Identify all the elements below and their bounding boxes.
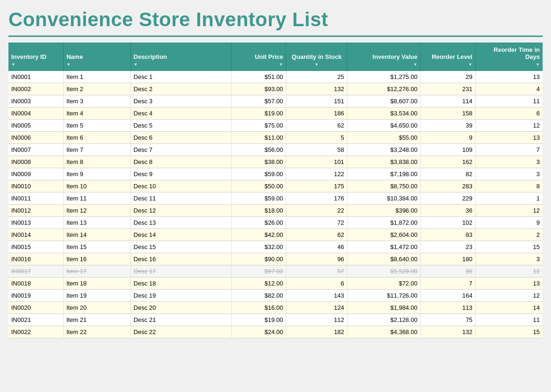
cell-qty: 132 [286, 83, 348, 95]
cell-desc: Desc 8 [130, 156, 231, 168]
cell-days: 13 [475, 278, 543, 290]
column-header-inv[interactable]: Inventory Value ▼ [347, 43, 420, 71]
table-row: IN0011Item 11Desc 11$59.00176$10,384.002… [8, 192, 543, 205]
cell-desc: Desc 2 [130, 83, 231, 95]
cell-reorder: 231 [420, 83, 475, 95]
cell-price: $32.00 [231, 241, 286, 253]
cell-days: 12 [475, 265, 543, 278]
table-body: IN0001Item 1Desc 1$51.0025$1,275.002913I… [8, 71, 543, 338]
dropdown-arrow-id[interactable]: ▼ [11, 62, 15, 67]
cell-inv: $1,984.00 [347, 302, 420, 314]
column-label-id: Inventory ID [11, 53, 60, 60]
cell-days: 14 [475, 302, 543, 314]
cell-reorder: 23 [420, 241, 475, 253]
cell-qty: 112 [286, 314, 348, 326]
dropdown-arrow-days[interactable]: ▼ [536, 62, 540, 67]
cell-reorder: 162 [420, 156, 475, 168]
cell-name: Item 12 [63, 205, 130, 217]
cell-id: IN0004 [8, 107, 63, 120]
cell-reorder: 9 [420, 132, 475, 144]
cell-id: IN0010 [8, 180, 63, 192]
cell-name: Item 1 [63, 71, 130, 83]
cell-id: IN0014 [8, 229, 63, 241]
cell-desc: Desc 10 [130, 180, 231, 192]
cell-qty: 143 [286, 290, 348, 302]
cell-name: Item 22 [63, 326, 130, 338]
column-header-reorder[interactable]: Reorder Level ▼ [420, 43, 475, 71]
cell-reorder: 36 [420, 205, 475, 217]
cell-name: Item 19 [63, 290, 130, 302]
cell-price: $16.00 [231, 302, 286, 314]
column-label-name: Name [66, 53, 128, 60]
column-header-days[interactable]: Reorder Time in Days ▼ [475, 43, 543, 71]
cell-qty: 72 [286, 217, 348, 229]
dropdown-arrow-qty[interactable]: ▼ [315, 62, 319, 67]
cell-days: 15 [475, 326, 543, 338]
cell-price: $57.00 [231, 95, 286, 107]
column-header-desc[interactable]: Description ▼ [130, 43, 231, 71]
table-row: IN0022Item 22Desc 22$24.00182$4,368.0013… [8, 326, 543, 338]
cell-desc: Desc 12 [130, 205, 231, 217]
table-row: IN0008Item 8Desc 8$38.00101$3,838.001623 [8, 156, 543, 168]
cell-days: 15 [475, 241, 543, 253]
cell-inv: $2,128.00 [347, 314, 420, 326]
cell-reorder: 7 [420, 278, 475, 290]
table-row: IN0014Item 14Desc 14$42.0062$2,604.00832 [8, 229, 543, 241]
table-row: IN0005Item 5Desc 5$75.0062$4,650.003912 [8, 120, 543, 132]
dropdown-arrow-desc[interactable]: ▼ [134, 62, 138, 67]
cell-price: $90.00 [231, 253, 286, 265]
cell-desc: Desc 16 [130, 253, 231, 265]
cell-inv: $3,248.00 [347, 144, 420, 156]
cell-price: $93.00 [231, 83, 286, 95]
table-row: IN0006Item 6Desc 6$11.005$55.00913 [8, 132, 543, 144]
cell-days: 3 [475, 168, 543, 180]
cell-id: IN0017 [8, 265, 63, 278]
cell-qty: 5 [286, 132, 348, 144]
cell-qty: 101 [286, 156, 348, 168]
page-title: Convenience Store Inventory List [8, 8, 543, 31]
cell-id: IN0022 [8, 326, 63, 338]
cell-qty: 176 [286, 192, 348, 205]
column-header-name[interactable]: Name ▼ [63, 43, 130, 71]
table-row: IN0012Item 12Desc 12$18.0022$396.003612 [8, 205, 543, 217]
cell-id: IN0003 [8, 95, 63, 107]
cell-id: IN0006 [8, 132, 63, 144]
column-label-inv: Inventory Value [350, 53, 418, 60]
dropdown-arrow-name[interactable]: ▼ [66, 62, 71, 67]
cell-reorder: 98 [420, 265, 475, 278]
cell-qty: 62 [286, 120, 348, 132]
table-row: IN0019Item 19Desc 19$82.00143$11,726.001… [8, 290, 543, 302]
cell-reorder: 164 [420, 290, 475, 302]
column-header-qty[interactable]: Quantity in Stock ▼ [286, 43, 348, 71]
cell-qty: 175 [286, 180, 348, 192]
cell-name: Item 6 [63, 132, 130, 144]
dropdown-arrow-reorder[interactable]: ▼ [468, 62, 472, 67]
cell-desc: Desc 3 [130, 95, 231, 107]
cell-days: 3 [475, 253, 543, 265]
cell-name: Item 2 [63, 83, 130, 95]
cell-price: $59.00 [231, 168, 286, 180]
cell-id: IN0012 [8, 205, 63, 217]
cell-qty: 58 [286, 144, 348, 156]
cell-price: $42.00 [231, 229, 286, 241]
cell-id: IN0018 [8, 278, 63, 290]
cell-price: $19.00 [231, 314, 286, 326]
cell-desc: Desc 4 [130, 107, 231, 120]
cell-days: 9 [475, 217, 543, 229]
dropdown-arrow-price[interactable]: ▼ [279, 62, 283, 67]
cell-name: Item 13 [63, 217, 130, 229]
dropdown-arrow-inv[interactable]: ▼ [413, 62, 418, 67]
column-header-price[interactable]: Unit Price ▼ [231, 43, 286, 71]
cell-inv: $2,604.00 [347, 229, 420, 241]
column-header-id[interactable]: Inventory ID ▼ [8, 43, 63, 71]
cell-reorder: 29 [420, 71, 475, 83]
cell-id: IN0019 [8, 290, 63, 302]
cell-name: Item 14 [63, 229, 130, 241]
cell-desc: Desc 5 [130, 120, 231, 132]
table-row: IN0021Item 21Desc 21$19.00112$2,128.0075… [8, 314, 543, 326]
cell-id: IN0020 [8, 302, 63, 314]
cell-price: $50.00 [231, 180, 286, 192]
table-row: IN0020Item 20Desc 20$16.00124$1,984.0011… [8, 302, 543, 314]
cell-price: $24.00 [231, 326, 286, 338]
table-row: IN0010Item 10Desc 10$50.00175$8,750.0028… [8, 180, 543, 192]
